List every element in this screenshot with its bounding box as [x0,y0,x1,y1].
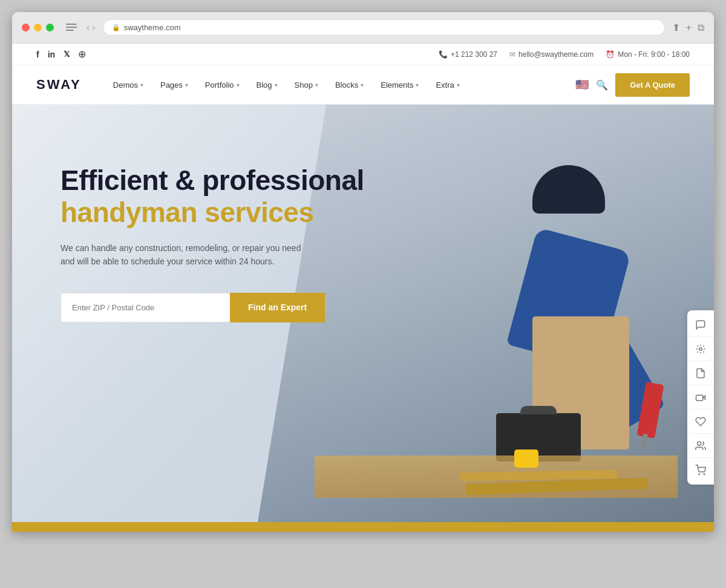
phone-number: +1 212 300 27 [451,50,497,59]
forward-button[interactable]: › [92,22,95,33]
get-quote-button[interactable]: Get A Quote [615,73,690,97]
close-button[interactable] [22,24,30,31]
worker-image [424,147,678,498]
business-hours: Mon - Fri: 9:00 - 18:00 [618,50,690,59]
nav-item-blocks[interactable]: Blocks ▾ [328,76,371,94]
nav-item-demos[interactable]: Demos ▾ [106,76,151,94]
right-toolbar [687,310,714,485]
sidebar-toggle[interactable] [66,24,77,32]
video-toolbar-button[interactable] [687,385,714,410]
email-contact: ✉ hello@swaytheme.com [509,50,594,59]
golden-bottom-bar [12,522,714,532]
chevron-down-icon: ▾ [361,82,364,88]
chat-toolbar-button[interactable] [687,313,714,337]
clock-icon: ⏰ [606,50,615,59]
svg-point-2 [698,442,701,445]
maximize-button[interactable] [46,24,54,31]
svg-rect-1 [696,395,703,400]
minimize-button[interactable] [34,24,42,31]
hero-subtitle: We can handle any construction, remodeli… [60,241,327,269]
search-button[interactable]: 🔍 [596,79,608,91]
hero-content: Efficient & professional handyman servic… [60,165,364,322]
back-button[interactable]: ‹ [87,22,90,33]
lock-icon: 🔒 [112,24,120,31]
top-bar: f in 𝕏 ⊕ 📞 +1 212 300 27 ✉ hello@swaythe… [12,44,714,65]
wishlist-toolbar-button[interactable] [687,410,714,434]
contact-info: 📞 +1 212 300 27 ✉ hello@swaytheme.com ⏰ … [439,50,690,59]
nav-item-elements[interactable]: Elements ▾ [373,76,426,94]
nav-item-pages[interactable]: Pages ▾ [153,76,195,94]
chevron-down-icon: ▾ [185,82,188,88]
hero-section: Efficient & professional handyman servic… [12,105,714,522]
tabs-button[interactable]: ⧉ [698,22,704,33]
site-logo[interactable]: SWAY [36,77,82,93]
hero-search-form: Find an Expert [60,293,364,322]
nav-item-shop[interactable]: Shop ▾ [287,76,325,94]
nav-actions: 🇺🇸 🔍 Get A Quote [575,73,690,97]
facebook-link[interactable]: f [36,50,39,59]
document-toolbar-button[interactable] [687,361,714,385]
social-icons: f in 𝕏 ⊕ [36,48,86,60]
new-tab-button[interactable]: + [686,22,692,33]
svg-point-0 [699,347,702,350]
email-icon: ✉ [509,50,515,59]
nav-menu: Demos ▾ Pages ▾ Portfolio ▾ Blog ▾ Shop [106,76,575,94]
find-expert-button[interactable]: Find an Expert [230,293,325,322]
website-content: f in 𝕏 ⊕ 📞 +1 212 300 27 ✉ hello@swaythe… [12,44,714,532]
url-text: swaytheme.com [124,23,181,32]
chevron-down-icon: ▾ [237,82,240,88]
hero-title-line2: handyman services [60,196,364,229]
chevron-down-icon: ▾ [275,82,278,88]
hero-title-line1: Efficient & professional [60,165,364,196]
nav-item-extra[interactable]: Extra ▾ [428,76,466,94]
chevron-down-icon: ▾ [315,82,318,88]
chevron-down-icon: ▾ [140,82,143,88]
nav-item-blog[interactable]: Blog ▾ [249,76,285,94]
settings-toolbar-button[interactable] [687,337,714,361]
svg-point-3 [699,474,700,475]
whatsapp-link[interactable]: ⊕ [78,48,86,60]
phone-contact: 📞 +1 212 300 27 [439,50,497,59]
account-toolbar-button[interactable] [687,434,714,458]
language-flag[interactable]: 🇺🇸 [575,78,589,91]
chevron-down-icon: ▾ [457,82,460,88]
linkedin-link[interactable]: in [48,50,55,59]
chevron-down-icon: ▾ [416,82,419,88]
share-button[interactable]: ⬆ [672,22,680,33]
email-address: hello@swaytheme.com [518,50,594,59]
hours-contact: ⏰ Mon - Fri: 9:00 - 18:00 [606,50,690,59]
phone-icon: 📞 [439,50,448,59]
cart-toolbar-button[interactable] [687,458,714,482]
address-bar[interactable]: 🔒 swaytheme.com [103,19,665,36]
main-navigation: SWAY Demos ▾ Pages ▾ Portfolio ▾ Blog ▾ [12,65,714,105]
svg-point-4 [704,474,705,475]
nav-item-portfolio[interactable]: Portfolio ▾ [198,76,247,94]
twitter-link[interactable]: 𝕏 [64,50,70,59]
zip-input[interactable] [60,293,230,322]
